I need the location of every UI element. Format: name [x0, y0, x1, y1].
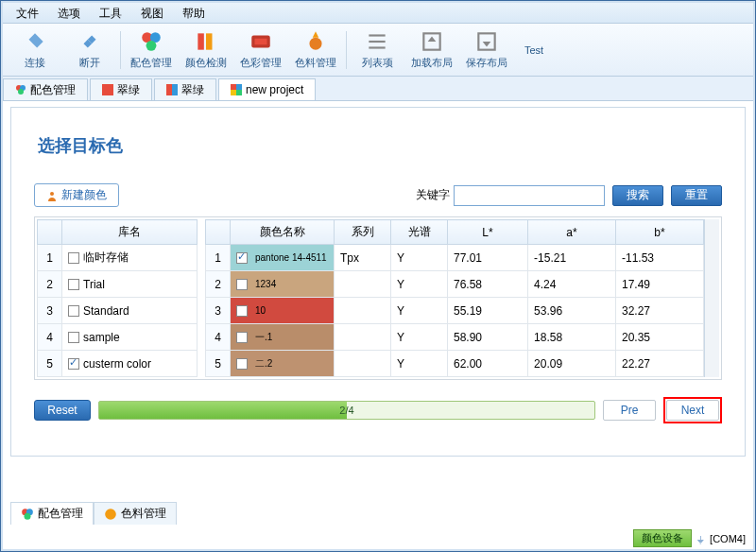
disconnect-icon — [77, 29, 102, 54]
row-index: 3 — [38, 298, 62, 324]
menu-view[interactable]: 视图 — [131, 3, 173, 23]
scrollbar[interactable] — [704, 219, 719, 377]
svg-rect-17 — [166, 84, 172, 95]
menu-tools[interactable]: 工具 — [90, 3, 131, 23]
lib-name: sample — [83, 331, 120, 344]
svg-rect-4 — [206, 33, 213, 49]
svg-rect-10 — [369, 46, 385, 48]
pigment-icon — [303, 29, 328, 54]
lib-row[interactable]: 2 Trial — [38, 271, 198, 298]
lib-row[interactable]: 5 custerm color — [38, 351, 198, 377]
series-cell — [335, 271, 391, 298]
content-panel: 选择目标色 新建颜色 关键字 搜索 重置 库名 1 临时存储2 Trial3 S… — [10, 107, 746, 457]
color-mgmt-button[interactable]: 配色管理 — [125, 26, 178, 75]
progress-text: 2/4 — [339, 405, 353, 416]
reset-search-button[interactable]: 重置 — [671, 185, 722, 206]
detect-icon — [194, 29, 218, 54]
menu-file[interactable]: 文件 — [7, 3, 48, 23]
row-index: 4 — [206, 324, 231, 351]
checkbox[interactable] — [236, 358, 248, 370]
bottom-tab-pigment-mgmt[interactable]: 色料管理 — [94, 502, 177, 525]
checkbox[interactable] — [68, 332, 79, 343]
color-detect-button[interactable]: 颜色检测 — [180, 26, 232, 75]
L-cell: 76.58 — [448, 271, 528, 298]
lib-row[interactable]: 3 Standard — [38, 298, 198, 324]
test-button[interactable]: Test — [515, 26, 553, 75]
L-cell: 77.01 — [448, 245, 528, 271]
lib-row[interactable]: 1 临时存储 — [38, 245, 198, 271]
list-items-button[interactable]: 列表项 — [351, 26, 404, 75]
lib-header: 库名 — [62, 220, 198, 245]
tab-color-mgmt[interactable]: 配色管理 — [3, 78, 88, 100]
checkbox[interactable] — [236, 305, 248, 317]
svg-rect-18 — [172, 84, 178, 95]
svg-point-23 — [50, 192, 54, 196]
load-icon — [420, 29, 444, 54]
pre-button[interactable]: Pre — [603, 400, 656, 421]
color-row[interactable]: 5 二.2 Y 62.00 20.09 22.27 — [206, 351, 704, 377]
color-name: 二.2 — [255, 357, 272, 371]
color-row[interactable]: 2 1234 Y 76.58 4.24 17.49 — [206, 271, 704, 298]
menu-bar: 文件 选项 工具 视图 帮助 — [3, 3, 753, 24]
row-index: 2 — [206, 271, 231, 298]
col-spectrum: 光谱 — [391, 220, 448, 245]
search-button[interactable]: 搜索 — [612, 185, 663, 206]
color-row[interactable]: 4 一.1 Y 58.90 18.58 20.35 — [206, 324, 704, 351]
status-bar: 颜色设备 ⏚ [COM4] — [633, 529, 746, 547]
checkbox[interactable] — [68, 358, 79, 370]
lib-name: Trial — [83, 278, 105, 291]
tab-cuilv-2[interactable]: 翠绿 — [154, 78, 216, 100]
disconnect-button[interactable]: 断开 — [63, 26, 116, 75]
lib-row[interactable]: 4 sample — [38, 324, 198, 351]
svg-point-15 — [18, 89, 24, 95]
checkbox[interactable] — [68, 279, 79, 290]
next-highlight: Next — [663, 397, 722, 423]
b-cell: 32.27 — [616, 298, 704, 324]
keyword-input[interactable] — [454, 185, 605, 206]
next-button[interactable]: Next — [666, 400, 719, 421]
color-chip-icon — [166, 84, 178, 95]
pigment-mgmt-button[interactable]: 色料管理 — [289, 26, 342, 75]
color-chip-icon — [102, 84, 113, 95]
color-name: 10 — [255, 305, 266, 316]
svg-rect-22 — [236, 90, 242, 95]
bottom-tab-color-mgmt[interactable]: 配色管理 — [10, 502, 94, 525]
checkbox[interactable] — [68, 252, 79, 264]
checkbox[interactable] — [236, 252, 248, 264]
a-cell: 4.24 — [528, 271, 616, 298]
color-row[interactable]: 1 pantone 14-4511 Tpx Y 77.01 -15.21 -11… — [206, 245, 704, 271]
tab-cuilv-1[interactable]: 翠绿 — [90, 78, 152, 100]
tab-new-project[interactable]: new project — [218, 78, 316, 100]
row-index: 1 — [206, 245, 231, 271]
new-color-button[interactable]: 新建颜色 — [34, 183, 119, 207]
row-index: 2 — [38, 271, 62, 298]
lib-name: Standard — [83, 304, 129, 318]
reset-wizard-button[interactable]: Reset — [34, 400, 91, 421]
color-admin-button[interactable]: 色彩管理 — [234, 26, 287, 75]
spectrum-cell: Y — [391, 324, 448, 351]
progress-bar: 2/4 — [98, 401, 595, 420]
save-layout-button[interactable]: 保存布局 — [460, 26, 513, 75]
palette-icon — [139, 29, 163, 54]
library-table: 库名 1 临时存储2 Trial3 Standard4 sample5 cust… — [37, 219, 198, 377]
color-row[interactable]: 3 10 Y 55.19 53.96 32.27 — [206, 298, 704, 324]
L-cell: 55.19 — [448, 298, 528, 324]
connect-button[interactable]: 连接 — [9, 26, 61, 75]
checkbox[interactable] — [236, 332, 248, 343]
a-cell: -15.21 — [528, 245, 616, 271]
device-button[interactable]: 颜色设备 — [633, 529, 692, 547]
menu-help[interactable]: 帮助 — [173, 3, 215, 23]
menu-options[interactable]: 选项 — [48, 3, 90, 23]
checkbox[interactable] — [236, 279, 248, 290]
a-cell: 20.09 — [528, 351, 616, 377]
palette-icon — [21, 508, 34, 521]
svg-rect-16 — [102, 84, 113, 95]
connect-icon — [23, 29, 47, 54]
load-layout-button[interactable]: 加载布局 — [405, 26, 458, 75]
checkbox[interactable] — [68, 305, 79, 317]
row-index: 3 — [206, 298, 231, 324]
b-cell: 20.35 — [616, 324, 704, 351]
svg-rect-20 — [236, 84, 242, 90]
svg-point-2 — [146, 41, 157, 51]
col-L: L* — [448, 220, 528, 245]
